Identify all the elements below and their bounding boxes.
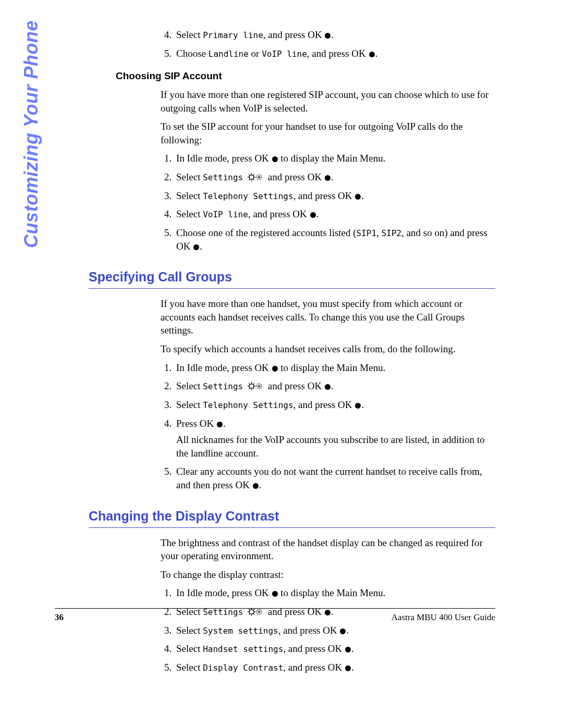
step-item: In Idle mode, press OK to display the Ma…	[174, 152, 495, 165]
settings-icon	[247, 171, 263, 183]
ok-dot-icon	[253, 483, 259, 489]
body-text: To specify which accounts a handset rece…	[161, 342, 495, 356]
top-step-list: Select Primary line, and press OK . Choo…	[161, 28, 495, 60]
step-item: Clear any accounts you do not want the c…	[174, 465, 495, 491]
dc-step-list: In Idle mode, press OK to display the Ma…	[161, 586, 495, 674]
ok-dot-icon	[272, 156, 278, 162]
ok-dot-icon	[325, 33, 331, 39]
step-item: Choose one of the registered accounts li…	[174, 226, 495, 253]
ok-dot-icon	[193, 244, 199, 250]
heading-rule	[89, 288, 495, 289]
ok-dot-icon	[355, 403, 361, 409]
sip-step-list: In Idle mode, press OK to display the Ma…	[161, 152, 495, 253]
ok-dot-icon	[272, 591, 278, 597]
step-item: Select Telephony Settings, and press OK …	[174, 189, 495, 203]
ok-dot-icon	[272, 366, 278, 372]
body-text: To set the SIP account for your handset …	[161, 120, 495, 146]
step-item: Press OK . All nicknames for the VoIP ac…	[174, 417, 495, 460]
heading-rule	[89, 527, 495, 528]
step-item: Select Display Contrast, and press OK .	[174, 661, 495, 674]
step-subnote: All nicknames for the VoIP accounts you …	[176, 433, 495, 460]
heading-display-contrast: Changing the Display Contrast	[89, 508, 495, 525]
ok-dot-icon	[325, 384, 331, 390]
step-item: In Idle mode, press OK to display the Ma…	[174, 361, 495, 375]
footer-guide-title: Aastra MBU 400 User Guide	[391, 612, 495, 624]
step-item: Select Handset settings, and press OK .	[174, 642, 495, 656]
step-item: Select VoIP line, and press OK .	[174, 207, 495, 221]
ok-dot-icon	[345, 665, 351, 671]
page-footer: 36 Aastra MBU 400 User Guide	[55, 608, 495, 624]
heading-call-groups: Specifying Call Groups	[89, 268, 495, 286]
step-item: Select Settings and press OK .	[174, 170, 495, 184]
body-text: The brightness and contrast of the hands…	[161, 536, 495, 563]
step-item: Select Primary line, and press OK .	[174, 28, 495, 42]
ok-dot-icon	[369, 52, 375, 57]
ok-dot-icon	[217, 422, 223, 427]
step-item: Select System settings, and press OK .	[174, 624, 495, 637]
ok-dot-icon	[340, 628, 346, 634]
step-item: Choose Landline or VoIP line, and press …	[174, 47, 495, 60]
ok-dot-icon	[345, 647, 351, 652]
heading-choosing-sip: Choosing SIP Account	[116, 69, 495, 83]
body-text: If you have more than one registered SIP…	[161, 88, 495, 115]
step-item: In Idle mode, press OK to display the Ma…	[174, 586, 495, 600]
body-text: To change the display contrast:	[161, 568, 495, 582]
document-page: Customizing Your Phone Select Primary li…	[0, 0, 563, 728]
settings-icon	[247, 380, 263, 392]
ok-dot-icon	[355, 194, 361, 200]
step-item: Select Settings and press OK .	[174, 379, 495, 393]
body-text: If you have more than one handset, you m…	[161, 297, 495, 337]
cg-step-list: In Idle mode, press OK to display the Ma…	[161, 361, 495, 492]
page-content: Select Primary line, and press OK . Choo…	[89, 24, 495, 682]
ok-dot-icon	[310, 212, 316, 218]
section-tab: Customizing Your Phone	[17, 24, 46, 248]
step-item: Select Telephony Settings, and press OK …	[174, 398, 495, 412]
ok-dot-icon	[325, 175, 331, 181]
page-number: 36	[55, 612, 64, 624]
